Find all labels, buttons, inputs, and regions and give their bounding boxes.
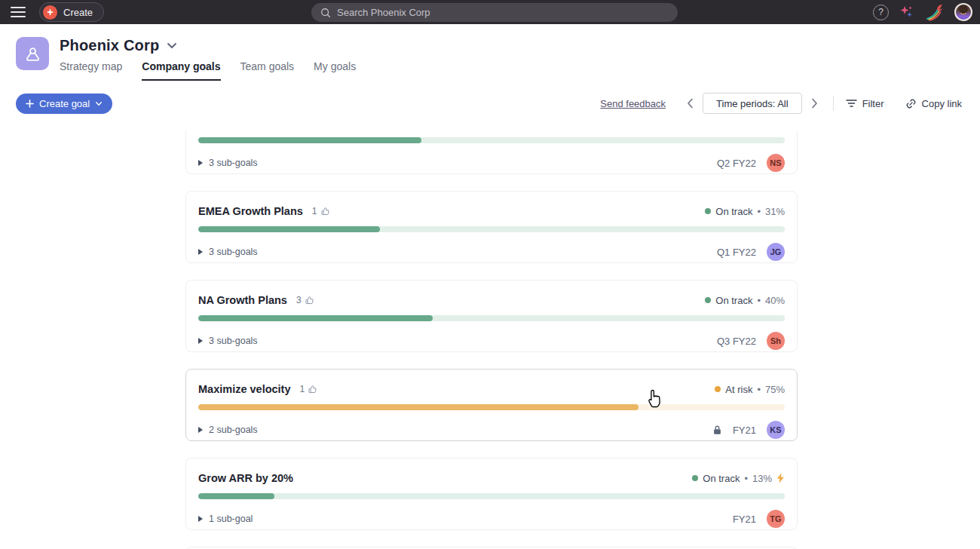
link-icon bbox=[905, 98, 917, 109]
create-goal-button[interactable]: Create goal bbox=[16, 94, 112, 114]
sparkles-icon[interactable] bbox=[899, 4, 915, 20]
lock-icon bbox=[712, 425, 722, 435]
goal-period: Q1 FY22 bbox=[717, 247, 756, 258]
goal-title[interactable]: NA Growth Plans bbox=[198, 294, 287, 306]
status-dot-icon bbox=[705, 297, 711, 303]
search-input[interactable]: Search Phoenix Corp bbox=[311, 3, 678, 22]
expand-triangle-icon bbox=[198, 427, 203, 433]
goal-status: On track • 31% bbox=[705, 206, 785, 217]
user-avatar[interactable] bbox=[954, 3, 972, 21]
goal-likes[interactable]: 1 bbox=[300, 384, 318, 394]
filter-icon bbox=[846, 99, 857, 108]
subgoals-expand-toggle[interactable]: 3 sub-goals bbox=[198, 247, 258, 257]
goal-list: • 3 sub-goals Q2 FY22 NS EMEA Growth Pla… bbox=[185, 130, 798, 549]
subgoals-expand-toggle[interactable]: 1 sub-goal bbox=[198, 514, 253, 524]
chevron-down-icon bbox=[167, 42, 177, 49]
search-placeholder: Search Phoenix Corp bbox=[337, 7, 430, 18]
phoenix-logo-icon[interactable] bbox=[925, 3, 945, 21]
avatar[interactable]: Sh bbox=[767, 332, 785, 350]
filter-label: Filter bbox=[862, 98, 884, 109]
goal-progress-bar bbox=[198, 315, 785, 321]
goal-card[interactable]: • 3 sub-goals Q2 FY22 NS bbox=[185, 130, 798, 174]
tab-my-goals[interactable]: My goals bbox=[314, 60, 356, 81]
goal-likes[interactable]: 1 bbox=[312, 206, 330, 216]
avatar[interactable]: TG bbox=[767, 510, 785, 528]
goal-title[interactable]: Grow ARR by 20% bbox=[198, 472, 293, 484]
page-title: Phoenix Corp bbox=[60, 37, 159, 54]
copy-link-label: Copy link bbox=[922, 98, 962, 109]
goal-period: Q3 FY22 bbox=[717, 336, 756, 347]
avatar[interactable]: JG bbox=[767, 243, 785, 261]
create-goal-label: Create goal bbox=[39, 98, 90, 109]
expand-triangle-icon bbox=[198, 160, 203, 166]
subgoals-expand-toggle[interactable]: 3 sub-goals bbox=[198, 336, 258, 346]
tab-company-goals[interactable]: Company goals bbox=[142, 60, 220, 81]
lightning-bolt-icon bbox=[776, 473, 785, 483]
thumbs-up-icon bbox=[320, 207, 330, 216]
time-periods-dropdown[interactable]: Time periods: All bbox=[703, 93, 802, 114]
next-time-period-button[interactable] bbox=[807, 95, 822, 112]
top-nav: + Create Search Phoenix Corp ? bbox=[0, 0, 980, 24]
goal-card[interactable]: Grow ARR by 20% On track • 13% 1 sub-goa… bbox=[185, 458, 798, 530]
goal-progress-bar bbox=[198, 404, 785, 410]
thumbs-up-icon bbox=[305, 296, 314, 305]
goal-progress-bar bbox=[198, 493, 785, 499]
status-dot-icon bbox=[692, 475, 698, 481]
goal-title[interactable]: EMEA Growth Plans bbox=[198, 205, 303, 217]
hamburger-menu-icon[interactable] bbox=[11, 7, 26, 17]
subgoals-expand-toggle[interactable]: 3 sub-goals bbox=[198, 158, 258, 168]
status-dot-icon bbox=[705, 208, 711, 214]
goals-toolbar: Create goal Send feedback Time periods: … bbox=[0, 93, 980, 114]
goal-likes[interactable]: 3 bbox=[296, 295, 314, 305]
goal-progress-bar bbox=[198, 137, 785, 143]
thumbs-up-icon bbox=[308, 385, 317, 394]
global-create-button[interactable]: + Create bbox=[39, 2, 104, 22]
tab-strategy-map[interactable]: Strategy map bbox=[60, 60, 122, 81]
goal-status: On track • 13% bbox=[692, 473, 785, 484]
workspace-switcher[interactable]: Phoenix Corp bbox=[60, 37, 356, 54]
send-feedback-link[interactable]: Send feedback bbox=[600, 98, 666, 109]
goal-title[interactable]: Maximize velocity bbox=[198, 383, 291, 395]
chevron-down-icon bbox=[95, 101, 103, 106]
goal-card[interactable]: NA Growth Plans 3 On track • 40% 3 sub-g… bbox=[185, 280, 798, 352]
toolbar-divider bbox=[833, 96, 834, 111]
goal-progress-bar bbox=[198, 226, 785, 232]
avatar[interactable]: NS bbox=[767, 154, 785, 172]
help-icon[interactable]: ? bbox=[873, 5, 889, 20]
goal-card[interactable]: EMEA Growth Plans 1 On track • 31% 3 sub… bbox=[185, 191, 798, 263]
goal-card[interactable]: Maximize velocity 1 At risk • 75% 2 sub-… bbox=[185, 369, 798, 441]
search-icon bbox=[320, 8, 331, 18]
expand-triangle-icon bbox=[198, 249, 203, 255]
expand-triangle-icon bbox=[198, 516, 203, 522]
goal-period: FY21 bbox=[733, 514, 756, 525]
avatar[interactable]: KS bbox=[767, 421, 785, 439]
goal-status: On track • 40% bbox=[705, 295, 785, 306]
expand-triangle-icon bbox=[198, 338, 203, 344]
global-create-label: Create bbox=[63, 7, 93, 18]
plus-icon bbox=[26, 100, 34, 108]
copy-link-button[interactable]: Copy link bbox=[905, 98, 962, 109]
plus-icon: + bbox=[43, 5, 57, 20]
prev-time-period-button[interactable] bbox=[682, 95, 698, 112]
goal-status: At risk • 75% bbox=[715, 384, 785, 395]
workspace-goal-icon bbox=[16, 37, 49, 70]
goal-period: FY21 bbox=[733, 425, 756, 436]
subgoals-expand-toggle[interactable]: 2 sub-goals bbox=[198, 425, 258, 435]
status-dot-icon bbox=[715, 386, 721, 392]
goal-period: Q2 FY22 bbox=[717, 158, 756, 169]
tab-bar: Strategy map Company goals Team goals My… bbox=[60, 60, 356, 81]
tab-team-goals[interactable]: Team goals bbox=[240, 60, 295, 81]
filter-button[interactable]: Filter bbox=[846, 98, 884, 109]
page-header: Phoenix Corp Strategy map Company goals … bbox=[0, 24, 980, 81]
